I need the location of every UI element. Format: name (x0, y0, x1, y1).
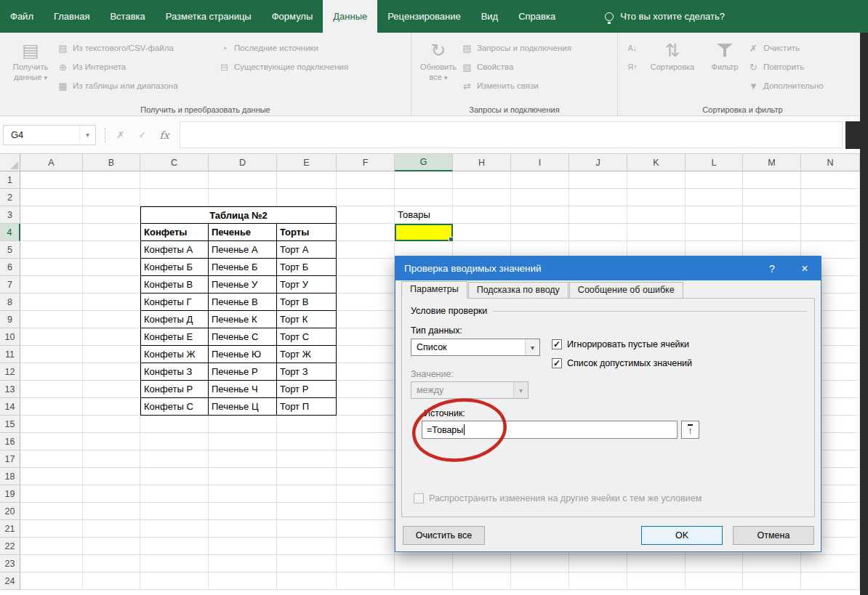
clear-filter-button[interactable]: ✗Очистить (747, 41, 824, 55)
grid-cell[interactable] (83, 328, 140, 346)
table-data-cell[interactable]: Печенье А (209, 241, 277, 259)
grid-cell[interactable] (20, 276, 83, 294)
row-header-5[interactable]: 5 (0, 241, 20, 259)
grid-cell[interactable] (277, 538, 337, 555)
grid-cell[interactable] (209, 433, 277, 450)
grid-cell[interactable] (337, 294, 395, 311)
table-data-cell[interactable]: Печенье Ч (209, 381, 277, 398)
ok-button[interactable]: OK (641, 526, 723, 545)
grid-cell[interactable] (627, 171, 686, 189)
grid-cell[interactable] (83, 206, 140, 224)
edit-links-button[interactable]: ⇄Изменить связи (461, 78, 571, 93)
grid-cell[interactable] (277, 450, 337, 468)
grid-cell[interactable] (20, 346, 83, 363)
grid-cell[interactable] (801, 171, 860, 189)
grid-cell[interactable] (743, 572, 801, 590)
grid-cell[interactable] (140, 520, 209, 538)
grid-cell[interactable] (83, 520, 140, 538)
grid-cell[interactable] (453, 171, 511, 189)
ribbon-tab-Справка[interactable]: Справка (508, 0, 566, 33)
grid-cell[interactable] (337, 520, 395, 538)
grid-cell[interactable] (337, 381, 395, 398)
grid-cell[interactable] (337, 206, 395, 224)
grid-cell[interactable] (337, 485, 395, 503)
grid-cell[interactable] (20, 224, 83, 241)
grid-cell[interactable] (20, 189, 83, 206)
grid-cell[interactable] (83, 294, 140, 311)
column-header-E[interactable]: E (277, 154, 337, 171)
column-header-B[interactable]: B (83, 154, 140, 171)
tab-input-message[interactable]: Подсказка по вводу (468, 282, 568, 298)
grid-cell[interactable] (337, 311, 395, 328)
grid-cell[interactable] (20, 468, 83, 485)
row-header-4[interactable]: 4 (0, 224, 20, 241)
grid-cell[interactable] (209, 450, 277, 468)
column-header-K[interactable]: K (627, 154, 686, 171)
table-header-cell[interactable]: Торты (277, 224, 337, 241)
grid-cell[interactable] (277, 503, 337, 520)
grid-cell[interactable] (83, 433, 140, 450)
grid-cell[interactable] (83, 311, 140, 328)
grid-cell[interactable] (20, 241, 83, 259)
row-header-7[interactable]: 7 (0, 276, 20, 294)
grid-cell[interactable] (209, 189, 277, 206)
grid-cell[interactable] (20, 171, 83, 189)
grid-cell[interactable] (337, 276, 395, 294)
grid-cell[interactable] (627, 572, 686, 590)
grid-cell[interactable] (569, 206, 627, 224)
in-cell-dropdown-checkbox[interactable]: ✓ Список допустимых значений (552, 358, 692, 368)
grid-cell[interactable] (20, 538, 83, 555)
grid-cell[interactable] (277, 468, 337, 485)
grid-cell[interactable] (20, 363, 83, 381)
grid-cell[interactable] (337, 171, 395, 189)
grid-cell[interactable] (20, 450, 83, 468)
enter-icon[interactable]: ✓ (132, 129, 153, 140)
column-header-C[interactable]: C (140, 154, 209, 171)
sort-button[interactable]: ⇅ Сортировка (643, 34, 702, 104)
grid-cell[interactable] (569, 224, 627, 241)
grid-cell[interactable] (209, 171, 277, 189)
table-data-cell[interactable]: Торт Б (277, 259, 337, 276)
row-header-9[interactable]: 9 (0, 311, 20, 328)
sort-ascending-button[interactable]: А↓ (624, 41, 641, 55)
grid-cell[interactable] (83, 241, 140, 259)
table-data-cell[interactable]: Печенье У (209, 276, 277, 294)
grid-cell[interactable] (337, 468, 395, 485)
grid-cell[interactable] (209, 520, 277, 538)
grid-cell[interactable] (83, 276, 140, 294)
tab-parameters[interactable]: Параметры (401, 281, 467, 299)
grid-cell[interactable] (83, 346, 140, 363)
recent-sources-button[interactable]: ◔Последние источники (218, 41, 348, 55)
grid-cell[interactable] (743, 555, 801, 572)
grid-cell[interactable] (20, 328, 83, 346)
grid-cell[interactable] (140, 189, 209, 206)
grid-cell[interactable] (511, 224, 569, 241)
grid-cell[interactable] (686, 171, 743, 189)
grid-cell[interactable] (627, 224, 686, 241)
grid-cell[interactable] (337, 416, 395, 433)
column-header-M[interactable]: M (743, 154, 801, 171)
column-header-J[interactable]: J (569, 154, 627, 171)
row-header-21[interactable]: 21 (0, 520, 20, 538)
grid-cell[interactable] (686, 189, 743, 206)
table-data-cell[interactable]: Торт З (277, 363, 337, 381)
table-data-cell[interactable]: Конфеты Р (140, 381, 209, 398)
refresh-all-button[interactable]: ↻ Обновить все▾ (416, 34, 461, 104)
grid-cell[interactable] (140, 485, 209, 503)
grid-cell[interactable] (83, 363, 140, 381)
column-header-I[interactable]: I (511, 154, 569, 171)
grid-cell[interactable] (209, 485, 277, 503)
grid-cell[interactable] (83, 171, 140, 189)
from-web-button[interactable]: ⊕Из Интернета (57, 60, 218, 74)
row-header-12[interactable]: 12 (0, 363, 20, 381)
tell-me-search[interactable]: Что вы хотите сделать? (605, 0, 725, 33)
grid-cell[interactable] (801, 189, 860, 206)
ribbon-tab-Главная[interactable]: Главная (44, 0, 100, 33)
grid-cell[interactable] (20, 555, 83, 572)
table-data-cell[interactable]: Печенье К (209, 311, 277, 328)
from-text-csv-button[interactable]: ▤Из текстового/CSV-файла (57, 41, 218, 55)
grid-cell[interactable] (337, 555, 395, 572)
row-header-8[interactable]: 8 (0, 294, 20, 311)
grid-cell[interactable] (627, 189, 686, 206)
grid-cell[interactable] (20, 520, 83, 538)
